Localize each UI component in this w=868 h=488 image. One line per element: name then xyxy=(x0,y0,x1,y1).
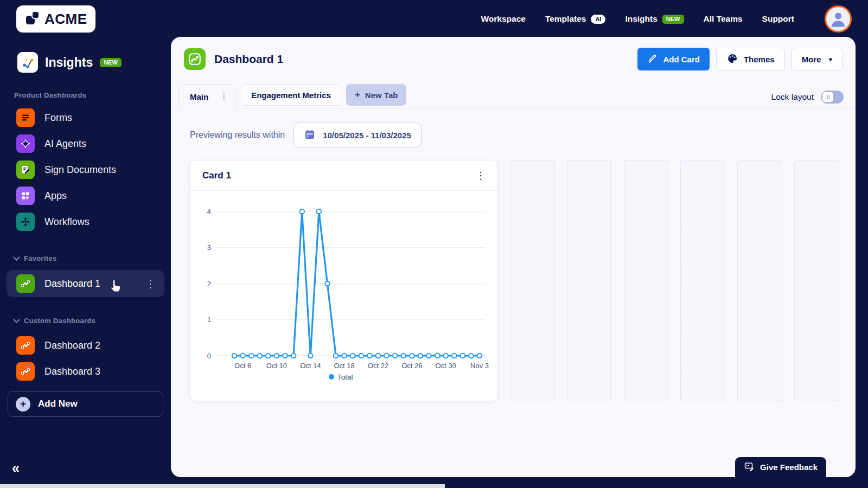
sidebar-item-ai-agents[interactable]: AI Agents xyxy=(0,131,171,157)
preview-label: Previewing results within xyxy=(190,130,285,140)
grid-placeholder-column xyxy=(624,160,669,401)
grid-placeholder-column xyxy=(680,160,725,401)
sidebar-item-forms[interactable]: Forms xyxy=(0,105,171,131)
svg-text:Oct 26: Oct 26 xyxy=(401,362,422,370)
nav-support[interactable]: Support xyxy=(762,14,794,24)
horizontal-scrollbar[interactable] xyxy=(0,484,445,488)
brand-name: ACME xyxy=(44,11,87,28)
date-range-value: 10/05/2025 - 11/03/2025 xyxy=(323,131,411,140)
add-card-label: Add Card xyxy=(663,55,700,64)
svg-text:Oct 6: Oct 6 xyxy=(234,362,251,370)
plus-icon: + xyxy=(355,89,360,100)
dashboard-title-group: Dashboard 1 xyxy=(184,48,283,70)
sidebar-item-sign-documents-label: Sign Documents xyxy=(44,164,116,176)
header-buttons: Add Card Themes More ▾ xyxy=(637,48,843,70)
sidebar-item-ai-agents-label: AI Agents xyxy=(44,138,86,150)
sidebar-item-dashboard-2-label: Dashboard 2 xyxy=(44,340,100,351)
themes-button[interactable]: Themes xyxy=(716,48,785,70)
tab-engagement-metrics-label: Engagement Metrics xyxy=(251,91,331,100)
nav-insights[interactable]: Insights NEW xyxy=(625,14,684,24)
section-favorites-label: Favorites xyxy=(24,254,57,262)
ai-agents-icon xyxy=(16,134,35,153)
svg-text:Nov 3: Nov 3 xyxy=(470,362,489,370)
dashboard-1-kebab-icon[interactable]: ⋮ xyxy=(145,279,156,289)
tab-engagement-metrics[interactable]: Engagement Metrics xyxy=(241,84,341,106)
sidebar-item-workflows[interactable]: Workflows xyxy=(0,209,171,235)
card-1-title: Card 1 xyxy=(202,170,231,181)
dashboard-3-icon xyxy=(16,362,35,381)
grid-placeholder-column xyxy=(567,160,612,401)
sidebar-item-dashboard-2[interactable]: Dashboard 2 xyxy=(0,332,171,358)
page-title: Dashboard 1 xyxy=(214,53,283,66)
grid-placeholder-column xyxy=(510,160,555,401)
more-button[interactable]: More ▾ xyxy=(792,48,843,70)
product-items-list: Forms AI Agents Sign Documents xyxy=(0,105,171,235)
add-new-label: Add New xyxy=(38,399,78,409)
feedback-icon xyxy=(744,461,755,473)
svg-text:3: 3 xyxy=(207,243,211,252)
lock-layout-label: Lock layout xyxy=(771,92,814,102)
sidebar-app-title: Insights xyxy=(45,55,93,70)
palette-icon xyxy=(726,53,738,66)
svg-text:0: 0 xyxy=(207,351,211,359)
grid-placeholder-column xyxy=(737,160,782,401)
ai-badge: AI xyxy=(591,15,605,24)
tab-main-kebab-icon[interactable]: ⋮ xyxy=(219,92,228,101)
sidebar-app-header[interactable]: Insights NEW xyxy=(0,38,171,73)
grid-placeholders xyxy=(510,160,839,401)
sidebar-item-forms-label: Forms xyxy=(44,112,72,124)
svg-text:Oct 18: Oct 18 xyxy=(334,362,354,370)
custom-items-list: Dashboard 2 Dashboard 3 xyxy=(0,332,171,384)
date-range-picker[interactable]: 10/05/2025 - 11/03/2025 xyxy=(293,123,422,147)
nav-all-teams-label: All Teams xyxy=(704,14,743,24)
acme-logo[interactable]: ACME xyxy=(16,5,95,33)
nav-support-label: Support xyxy=(762,14,794,24)
sidebar-item-workflows-label: Workflows xyxy=(44,216,90,228)
svg-text:Total: Total xyxy=(337,373,353,381)
tab-main[interactable]: Main ⋮ xyxy=(179,84,236,108)
svg-text:Oct 22: Oct 22 xyxy=(368,362,388,370)
svg-text:1: 1 xyxy=(207,316,211,324)
nav-templates-label: Templates xyxy=(545,14,586,24)
nav-workspace-label: Workspace xyxy=(481,14,525,24)
collapse-sidebar-button[interactable]: « xyxy=(12,461,20,475)
add-new-button[interactable]: + Add New xyxy=(8,391,163,417)
section-product-label: Product Dashboards xyxy=(14,91,86,99)
top-nav: ACME Workspace Templates AI Insights NEW… xyxy=(0,0,868,38)
plus-circle-icon: + xyxy=(16,397,30,412)
card-1[interactable]: Card 1 ⋮ 01234Oct 6Oct 10Oct 14Oct 18Oct… xyxy=(190,160,498,401)
caret-down-icon: ▾ xyxy=(828,55,832,63)
add-card-button[interactable]: Add Card xyxy=(637,48,710,70)
chevron-down-icon xyxy=(13,254,20,261)
new-tab-button[interactable]: + New Tab xyxy=(346,84,407,106)
acme-logo-icon xyxy=(24,10,41,28)
svg-text:2: 2 xyxy=(207,279,211,287)
more-label: More xyxy=(802,55,821,64)
nav-workspace[interactable]: Workspace xyxy=(481,14,525,24)
lock-layout-toggle[interactable] xyxy=(821,91,844,104)
chevron-down-icon xyxy=(13,316,20,323)
sidebar-item-sign-documents[interactable]: Sign Documents xyxy=(0,157,171,183)
dashboard-header: Dashboard 1 Add Card xyxy=(171,37,856,72)
tabs-row: Main ⋮ Engagement Metrics + New Tab Lock… xyxy=(171,83,856,108)
give-feedback-button[interactable]: Give Feedback xyxy=(735,457,826,477)
sidebar-item-dashboard-1[interactable]: Dashboard 1 ⋮ xyxy=(7,270,164,297)
section-favorites[interactable]: Favorites xyxy=(0,254,171,262)
sidebar-item-dashboard-3[interactable]: Dashboard 3 xyxy=(0,358,171,384)
nav-all-teams[interactable]: All Teams xyxy=(704,14,743,24)
svg-text:Oct 10: Oct 10 xyxy=(266,362,287,370)
card-1-chart-area: 01234Oct 6Oct 10Oct 14Oct 18Oct 22Oct 26… xyxy=(190,191,497,401)
dashboard-1-icon xyxy=(16,274,35,293)
svg-text:Oct 14: Oct 14 xyxy=(300,362,321,370)
tab-main-label: Main xyxy=(190,92,208,101)
sidebar-item-apps[interactable]: Apps xyxy=(0,183,171,209)
sidebar-new-badge: NEW xyxy=(100,58,122,67)
section-custom-dashboards[interactable]: Custom Dashboards xyxy=(0,317,171,325)
cards-grid: Card 1 ⋮ 01234Oct 6Oct 10Oct 14Oct 18Oct… xyxy=(190,160,839,401)
dashboard-2-icon xyxy=(16,336,35,355)
date-preview-row: Previewing results within 10/05/2025 - 1… xyxy=(190,123,856,147)
nav-templates[interactable]: Templates AI xyxy=(545,14,606,24)
user-avatar[interactable] xyxy=(825,5,852,33)
card-1-kebab-icon[interactable]: ⋮ xyxy=(476,170,486,181)
card-1-header: Card 1 ⋮ xyxy=(190,160,497,191)
